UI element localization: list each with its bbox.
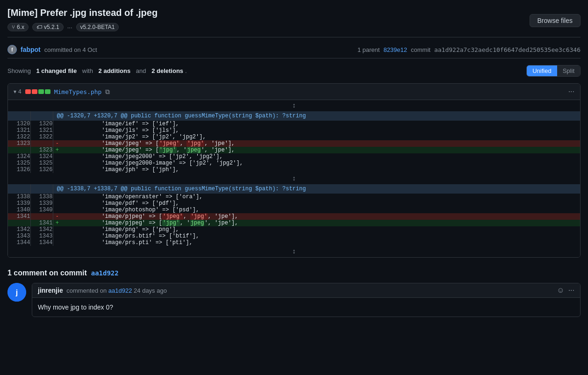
new-line-num bbox=[30, 140, 53, 147]
new-line-num: 1323 bbox=[30, 147, 53, 153]
expand-row-bottom[interactable]: ↕ bbox=[8, 246, 580, 257]
table-row: 1344 1344 'image/prs.pti' => ['pti'], bbox=[8, 239, 580, 246]
line-sign bbox=[53, 226, 61, 233]
emoji-reaction-button[interactable]: ☺ bbox=[557, 286, 564, 295]
line-code: 'image/jp2' => ['jp2', 'jpg2'], bbox=[61, 134, 580, 140]
line-code: 'image/pjpeg' => ['jpg', 'jpeg', 'jpe'], bbox=[61, 220, 580, 226]
stats-summary: Showing 1 changed file with 2 additions … bbox=[7, 67, 187, 74]
line-sign bbox=[53, 207, 61, 213]
branch-icon: ⑂ bbox=[12, 24, 15, 30]
table-row: 1321 1321 'image/jls' => ['jls'], bbox=[8, 127, 580, 134]
hunk-header-2: @@ -1338,7 +1338,7 @@ public function gu… bbox=[8, 184, 580, 194]
old-line-num: 1323 bbox=[8, 140, 30, 147]
new-line-num: 1326 bbox=[30, 166, 53, 173]
browse-files-button[interactable]: Browse files bbox=[530, 14, 581, 27]
table-row: 1338 1338 'image/openraster' => ['ora'], bbox=[8, 194, 580, 200]
old-line-num bbox=[8, 220, 30, 226]
table-row: 1339 1339 'image/pdf' => ['pdf'], bbox=[8, 200, 580, 207]
comment-body: jinrenjie commented on aa1d922 24 days a… bbox=[32, 283, 581, 317]
diff-file-header: ▾ 4 MimeTypes.php ⧉ ··· bbox=[8, 84, 580, 100]
line-sign bbox=[53, 121, 61, 127]
collapse-button[interactable]: ▾ 4 bbox=[14, 88, 22, 95]
new-line-num: 1338 bbox=[30, 194, 53, 200]
comment-more-button[interactable]: ··· bbox=[568, 286, 574, 295]
comment-author[interactable]: jinrenjie bbox=[38, 287, 63, 294]
table-row: 1340 1340 'image/photoshop' => ['psd'], bbox=[8, 207, 580, 213]
unified-view-button[interactable]: Unified bbox=[527, 65, 557, 76]
svg-text:j: j bbox=[15, 288, 18, 296]
hunk-label-2: @@ -1338,7 +1338,7 @@ public function gu… bbox=[53, 184, 580, 194]
comment-meta: commented on aa1d922 24 days ago bbox=[65, 287, 167, 294]
table-row: 1323 + 'image/jpeg' => ['jpg', 'jpeg', '… bbox=[8, 147, 580, 153]
tag-badge[interactable]: 🏷 v5.2.1 bbox=[32, 23, 64, 31]
line-code: 'image/jpeg2000' => ['jp2', 'jpg2'], bbox=[61, 153, 580, 160]
parent-hash[interactable]: 8239e12 bbox=[383, 46, 407, 53]
split-view-button[interactable]: Split bbox=[557, 65, 580, 76]
hunk-new-num bbox=[30, 111, 53, 121]
change-bar-red-2 bbox=[32, 89, 37, 94]
additions-count: 2 additions bbox=[99, 67, 131, 74]
new-line-num: 1321 bbox=[30, 127, 53, 134]
author-name[interactable]: fabpot bbox=[21, 46, 41, 53]
tag2-badge[interactable]: v5.2.0-BETA1 bbox=[76, 23, 119, 31]
table-row: 1343 1343 'image/prs.btif' => ['btif'], bbox=[8, 233, 580, 239]
old-line-num: 1341 bbox=[8, 213, 30, 220]
copy-path-button[interactable]: ⧉ bbox=[105, 88, 110, 96]
comments-section: 1 comment on commit aa1d922 j jinrenjie … bbox=[7, 265, 581, 328]
hunk-header-1: @@ -1320,7 +1320,7 @@ public function gu… bbox=[8, 111, 580, 121]
line-sign: + bbox=[53, 147, 61, 153]
old-line-num: 1343 bbox=[8, 233, 30, 239]
line-sign bbox=[53, 200, 61, 207]
change-count: 4 bbox=[18, 88, 22, 95]
comment-avatar: j bbox=[7, 283, 26, 302]
commit-sha: aa1d922a7c32aedc10f6647ded250535ee3c6346 bbox=[434, 46, 581, 53]
comment-hash-link[interactable]: aa1d922 bbox=[108, 287, 132, 294]
tag-icon: 🏷 bbox=[36, 24, 42, 30]
commit-title: [Mime] Prefer .jpg instead of .jpeg bbox=[7, 7, 158, 18]
commit-comment-hash[interactable]: aa1d922 bbox=[91, 269, 119, 277]
comments-title: 1 comment on commit aa1d922 bbox=[7, 269, 581, 277]
expand-row-top[interactable]: ↕ bbox=[8, 100, 580, 111]
change-bar-green-1 bbox=[38, 89, 44, 94]
parent-label: 1 parent bbox=[358, 46, 380, 53]
old-line-num: 1339 bbox=[8, 200, 30, 207]
line-code: 'image/photoshop' => ['psd'], bbox=[61, 207, 580, 213]
version-badge[interactable]: ⑂ 6.x bbox=[7, 23, 29, 31]
diff-block: ▾ 4 MimeTypes.php ⧉ ··· ↕ bbox=[7, 83, 581, 258]
collapse-icon: ▾ bbox=[14, 88, 16, 95]
line-sign bbox=[53, 127, 61, 134]
line-sign bbox=[53, 166, 61, 173]
old-line-num: 1342 bbox=[8, 226, 30, 233]
change-bar-green-2 bbox=[45, 89, 50, 94]
comment-content: Why move jpg to index 0? bbox=[32, 298, 580, 317]
new-line-num: 1341 bbox=[30, 220, 53, 226]
author-action: committed on 4 Oct bbox=[44, 46, 97, 53]
changed-file-count: 1 changed file bbox=[36, 67, 77, 74]
line-code: 'image/pdf' => ['pdf'], bbox=[61, 200, 580, 207]
new-line-num: 1340 bbox=[30, 207, 53, 213]
old-line-num: 1321 bbox=[8, 127, 30, 134]
line-sign: - bbox=[53, 213, 61, 220]
new-line-num: 1344 bbox=[30, 239, 53, 246]
hunk-old-num bbox=[8, 111, 30, 121]
line-code: 'image/prs.pti' => ['pti'], bbox=[61, 239, 580, 246]
showing-label: Showing bbox=[7, 67, 31, 74]
expand-row-middle[interactable]: ↕ bbox=[8, 173, 580, 184]
file-name[interactable]: MimeTypes.php bbox=[54, 88, 102, 95]
line-code: 'image/jph' => ['jph'], bbox=[61, 166, 580, 173]
deletions-count: 2 deletions bbox=[151, 67, 183, 74]
change-color-bars bbox=[25, 89, 50, 94]
old-line-num: 1340 bbox=[8, 207, 30, 213]
line-sign bbox=[53, 153, 61, 160]
comment-header: jinrenjie commented on aa1d922 24 days a… bbox=[32, 283, 580, 298]
old-line-num: 1320 bbox=[8, 121, 30, 127]
table-row: 1341 + 'image/pjpeg' => ['jpg', 'jpeg', … bbox=[8, 220, 580, 226]
line-sign bbox=[53, 160, 61, 166]
line-sign bbox=[53, 134, 61, 140]
line-sign bbox=[53, 239, 61, 246]
new-line-num: 1320 bbox=[30, 121, 53, 127]
line-code: 'image/jpeg2000-image' => ['jp2', 'jpg2'… bbox=[61, 160, 580, 166]
line-sign: - bbox=[53, 140, 61, 147]
file-menu-button[interactable]: ··· bbox=[568, 87, 574, 96]
line-code: 'image/ief' => ['ief'], bbox=[61, 121, 580, 127]
